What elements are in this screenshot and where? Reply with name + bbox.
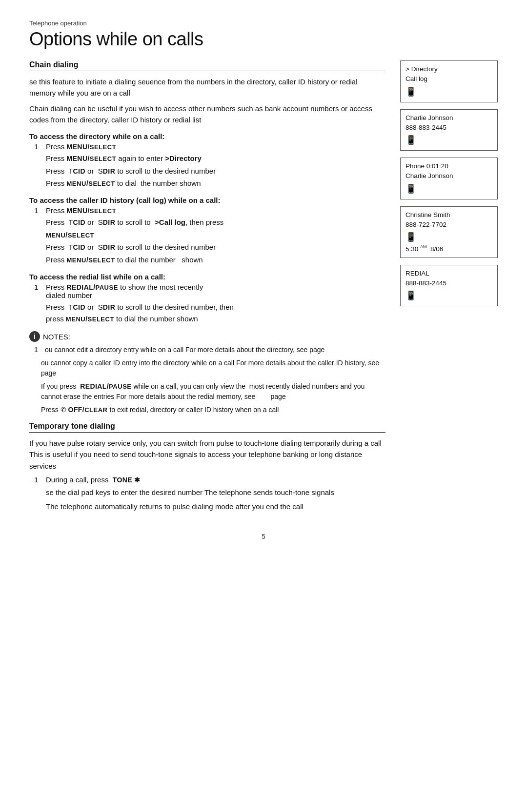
phone-display-4-icon: 📱: [405, 231, 416, 244]
dir-key-1: DIR: [103, 167, 115, 175]
phone-display-2-icon: 📱: [405, 134, 416, 147]
temp-tone-heading: Temporary tone dialing: [29, 422, 385, 433]
page-number: 5: [29, 533, 498, 540]
phone-display-2-line2: 888-883-2445: [405, 123, 492, 133]
phone-display-4-line1: Christine Smith: [405, 210, 492, 220]
phone-display-2-line1: Charlie Johnson: [405, 113, 492, 123]
phone-display-5-line1: REDIAL: [405, 269, 492, 278]
phone-display-3-line2: Charlie Johnson: [405, 171, 492, 181]
menu-select-key-7: menu/select: [66, 315, 114, 323]
section-chain-dialing: Chain dialing se this feature to initiat…: [29, 60, 385, 324]
cid-key-2: CID: [73, 218, 85, 226]
section-temp-tone: Temporary tone dialing If you have pulse…: [29, 422, 385, 512]
dir-key-2: DIR: [103, 218, 115, 226]
temp-tone-step3: The telephone automatically returns to p…: [46, 501, 385, 512]
phone-display-5-line2: 888-883-2445: [405, 278, 492, 288]
redial-pause-key-2: REDIAL/pause: [80, 382, 131, 390]
phone-displays-column: > Directory Call log 📱 Charlie Johnson 8…: [400, 60, 498, 513]
menu-select-key-6: menu/select: [67, 256, 115, 264]
notes-header: i NOTES:: [29, 331, 385, 342]
directory-subheading: To access the directory while on a call:: [29, 132, 385, 140]
info-icon: i: [29, 331, 40, 342]
directory-press-line2: Press TCID or SDIR to scroll to the desi…: [46, 165, 385, 177]
redial-step1: 1 Press REDIAL/pause to show the most re…: [34, 283, 385, 299]
callerid-press-line3: Press menu/select to dial the number sho…: [46, 254, 385, 266]
phone-display-1: > Directory Call log 📱: [400, 60, 498, 102]
chain-dialing-intro2: Chain dialing can be useful if you wish …: [29, 103, 385, 126]
note-text-3: If you press REDIAL/pause while on a cal…: [41, 381, 385, 402]
phone-display-1-line1: > Directory: [405, 64, 492, 74]
temp-tone-step2: se the dial pad keys to enter the desire…: [46, 487, 385, 498]
temp-tone-intro: If you have pulse rotary service only, y…: [29, 437, 385, 472]
callerid-press-line1b: menu/select: [46, 229, 385, 241]
phone-display-1-icon: 📱: [405, 85, 416, 99]
cid-key-1: CID: [73, 167, 85, 175]
note-text-4: Press ✆ OFF/clear to exit redial, direct…: [41, 405, 385, 415]
phone-display-1-line2: Call log: [405, 74, 492, 84]
phone-display-2: Charlie Johnson 888-883-2445 📱: [400, 109, 498, 151]
note-item-1: 1 ou cannot edit a directory entry while…: [34, 345, 385, 355]
menu-select-key-3: menu/select: [67, 179, 115, 187]
dir-key-4: DIR: [103, 303, 115, 311]
callerid-step1: 1 Press MENU/select: [34, 206, 385, 215]
redial-press-line1: Press TCID or SDIR to scroll to the desi…: [46, 301, 385, 324]
phone-display-4-line2: 888-722-7702: [405, 220, 492, 230]
chain-dialing-heading: Chain dialing: [29, 60, 385, 71]
phone-display-3-line1: Phone 0:01:20: [405, 161, 492, 171]
phone-display-3-icon: 📱: [405, 182, 416, 196]
phone-display-4: Christine Smith 888-722-7702 📱 5:30 AM 8…: [400, 206, 498, 258]
off-clear-key: OFF/clear: [68, 406, 108, 414]
notes-section: i NOTES: 1 ou cannot edit a directory en…: [29, 331, 385, 415]
directory-step1: 1 Press MENU/select: [34, 142, 385, 151]
menu-select-key-1: MENU/select: [67, 143, 117, 151]
callerid-subheading: To access the caller ID history (call lo…: [29, 196, 385, 204]
directory-press-line3: Press menu/select to dial the number sho…: [46, 178, 385, 189]
callerid-press-line2: Press TCID or SDIR to scroll to the desi…: [46, 241, 385, 253]
chain-dialing-intro1: se this feature to initiate a dialing se…: [29, 76, 385, 99]
cid-key-4: CID: [73, 303, 85, 311]
directory-press-line1: Press MENU/select again to enter >Direct…: [46, 153, 385, 164]
cid-key-3: CID: [73, 243, 85, 251]
phone-display-5-icon: 📱: [405, 289, 416, 302]
redial-subheading: To access the redial list while on a cal…: [29, 273, 385, 281]
redial-pause-key-1: REDIAL/pause: [67, 283, 118, 291]
note-text-2: ou cannot copy a caller ID entry into th…: [41, 358, 385, 378]
phone-display-5: REDIAL 888-883-2445 📱: [400, 265, 498, 307]
phone-display-4-time: 5:30 AM 8/06: [405, 244, 492, 254]
menu-select-key-5: menu/select: [46, 231, 94, 239]
page-section-label: Telephone operation: [29, 20, 498, 27]
menu-select-key-2: MENU/select: [67, 155, 117, 162]
callerid-press-line1: Press TCID or SDIR to scroll to >Call lo…: [46, 217, 385, 228]
page-title: Options while on calls: [29, 29, 498, 50]
dir-key-3: DIR: [103, 243, 115, 251]
temp-tone-step1: 1 During a call, press TONE ✱: [34, 475, 385, 484]
tone-key: TONE ✱: [113, 476, 141, 484]
menu-select-key-4: MENU/select: [67, 207, 117, 215]
phone-display-3: Phone 0:01:20 Charlie Johnson 📱: [400, 158, 498, 199]
